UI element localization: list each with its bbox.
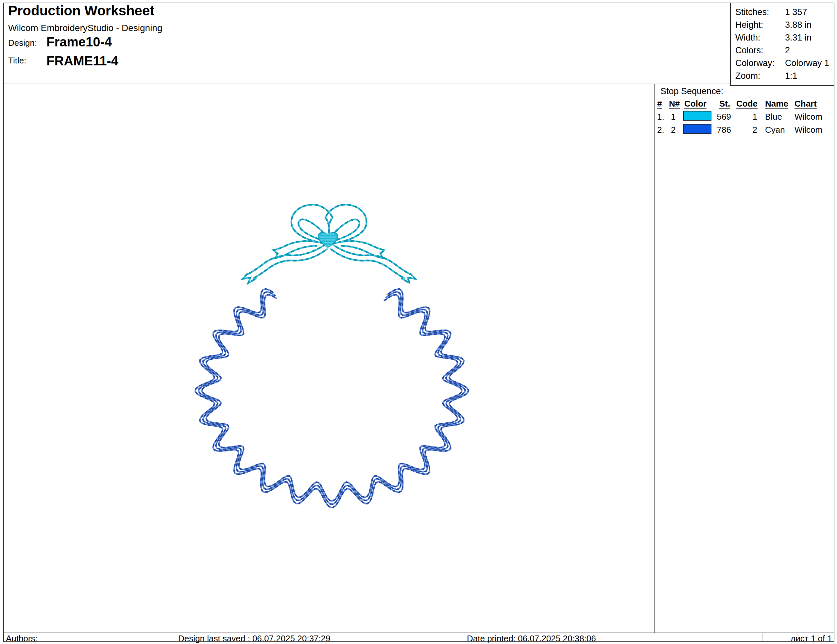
- design-label: Design:: [8, 38, 37, 48]
- stat-label: Width:: [735, 31, 781, 44]
- wavy-frame-graphic: [195, 289, 468, 508]
- thread-chart: Wilcom: [794, 112, 822, 122]
- stat-label: Height:: [735, 19, 781, 31]
- stat-value: 1 357: [781, 6, 807, 19]
- design-name: Frame10-4: [46, 34, 112, 49]
- col-header-name: Name: [765, 99, 788, 109]
- date-printed-text: Date printed: 06.07.2025 20:38:06: [467, 634, 596, 644]
- thread-chart: Wilcom: [794, 125, 822, 135]
- last-saved-text: Design last saved : 06.07.2025 20:37:29: [178, 634, 330, 644]
- stat-value: 3.88 in: [781, 19, 811, 31]
- col-header-color: Color: [684, 99, 707, 109]
- stat-value: 1:1: [781, 70, 798, 82]
- col-header-stitches: St.: [719, 99, 730, 109]
- authors-label: Authors:: [6, 634, 38, 644]
- header-divider-line: [3, 83, 731, 84]
- stop-sequence-title: Stop Sequence:: [660, 86, 723, 97]
- stat-value: Colorway 1: [781, 57, 829, 70]
- row-number: 2.: [657, 125, 665, 135]
- embroidery-design-preview: [3, 84, 654, 633]
- stats-row: Height:3.88 in: [735, 19, 834, 31]
- stat-value: 2: [781, 44, 790, 57]
- stat-label: Colorway:: [735, 57, 781, 70]
- row-number: 1.: [657, 112, 665, 122]
- col-header-number: #: [657, 99, 662, 109]
- col-header-needle: N#: [669, 99, 680, 109]
- thread-name: Blue: [765, 112, 782, 122]
- stitch-count: 786: [715, 125, 731, 135]
- sheet-page-label: лист 1 of 1: [791, 634, 832, 644]
- footer-divider-line: [3, 633, 834, 633]
- stat-label: Zoom:: [735, 70, 781, 82]
- stats-row: Stitches:1 357: [735, 6, 834, 19]
- stitch-count: 569: [715, 112, 731, 122]
- footer-cell-divider: [762, 633, 762, 641]
- page-title: Production Worksheet: [8, 3, 154, 19]
- design-title: FRAME11-4: [46, 54, 118, 68]
- color-swatch: [683, 124, 711, 134]
- thread-code: 2: [742, 125, 757, 135]
- col-header-chart: Chart: [794, 99, 817, 109]
- stat-value: 3.31 in: [781, 31, 811, 44]
- design-stats-box: Stitches:1 357 Height:3.88 in Width:3.31…: [730, 3, 834, 86]
- stats-row: Colorway:Colorway 1: [735, 57, 834, 70]
- title-label: Title:: [8, 56, 26, 66]
- stats-row: Width:3.31 in: [735, 31, 834, 44]
- ribbon-bow-graphic: [243, 205, 415, 283]
- app-name: Wilcom EmbroideryStudio - Designing: [8, 23, 162, 33]
- needle-number: 2: [671, 125, 676, 135]
- panel-divider-line: [654, 84, 655, 633]
- col-header-code: Code: [736, 99, 758, 109]
- color-swatch: [683, 111, 711, 121]
- stats-row: Zoom:1:1: [735, 70, 834, 82]
- stats-row: Colors:2: [735, 44, 834, 57]
- stat-label: Colors:: [735, 44, 781, 57]
- thread-name: Cyan: [765, 125, 785, 135]
- needle-number: 1: [671, 112, 676, 122]
- thread-code: 1: [742, 112, 757, 122]
- stat-label: Stitches:: [735, 6, 781, 19]
